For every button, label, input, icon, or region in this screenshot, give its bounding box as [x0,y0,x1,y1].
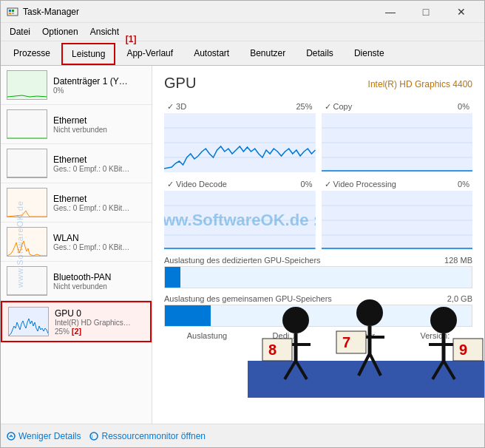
svg-line-39 [433,361,444,379]
task-manager-window: Task-Manager — □ ✕ Datei Optionen Ansich… [0,0,485,448]
svg-text:9: 9 [459,342,467,358]
svg-rect-41 [453,339,483,361]
tab-prozesse[interactable]: Prozesse [4,43,60,65]
chart-3d-label: ✓ 3D [167,102,186,112]
chart-vp-value: 0% [458,180,469,189]
tab-bar: Prozesse Leistung [1] App-Verlauf Autost… [1,41,484,66]
label-auslastung: Auslastung [187,331,227,340]
gpu-pct: 25% [2] [55,327,144,336]
svg-rect-4 [12,13,14,14]
close-button[interactable]: ✕ [444,1,478,23]
window-title: Task-Manager [23,7,79,17]
eth1-info: Ethernet Ges.: 0 Empf.: 0 KBit… [53,155,146,173]
tab-details[interactable]: Details [296,43,343,65]
bottom-labels: Auslastung Dedi… Speicher Version: [164,331,472,340]
chart-vd-area: www.SoftwareOK.de :-) [164,191,316,250]
gpu-sub: Intel(R) HD Graphics… [55,319,144,327]
eth0-name: Ethernet [53,115,146,126]
app-icon [7,6,18,18]
disk1-graph [7,70,47,100]
bt-graph [7,266,47,296]
bt-info: Bluetooth-PAN Nicht verbunden [53,272,146,291]
sidebar-item-gpu[interactable]: GPU 0 Intel(R) HD Graphics… 25% [2] [1,301,152,342]
chart-vd-value: 0% [301,180,313,189]
bt-sub: Nicht verbunden [53,282,146,291]
gpu-graph [8,307,49,336]
sidebar-item-disk1[interactable]: Datenträger 1 (Y… 0% [1,66,152,105]
disk1-name: Datenträger 1 (Y… [53,76,146,86]
tab-leistung[interactable]: Leistung [1] [61,43,115,65]
gpu-info: GPU 0 Intel(R) HD Graphics… 25% [2] [55,308,144,336]
menu-datei[interactable]: Datei [4,24,36,39]
menu-ansicht[interactable]: Ansicht [84,24,125,39]
sidebar-item-eth0[interactable]: Ethernet Nicht verbunden [1,105,152,144]
sidebar-item-wlan[interactable]: WLAN Ges.: 0 Empf.: 0 KBit… [1,223,152,262]
title-controls: — □ ✕ [373,1,478,23]
bt-name: Bluetooth-PAN [53,272,146,282]
wlan-name: WLAN [53,233,146,243]
eth0-info: Ethernet Nicht verbunden [53,115,146,134]
gpu-charts-grid: ✓ 3D 25% [164,101,472,250]
svg-line-32 [359,353,370,376]
chart-3d-area [164,113,316,172]
sidebar: Datenträger 1 (Y… 0% Ethernet Nicht verb… [1,66,152,424]
sidebar-item-bt[interactable]: Bluetooth-PAN Nicht verbunden [1,262,152,301]
gpu-dedicated-bar [164,266,472,288]
resource-monitor-button[interactable]: i Ressourcenmonitor öffnen [89,431,206,441]
eth2-sub: Ges.: 0 Empf.: 0 KBit… [53,204,146,212]
eth0-sub: Nicht verbunden [53,126,146,134]
wlan-info: WLAN Ges.: 0 Empf.: 0 KBit… [53,233,146,251]
chart-copy: ✓ Copy 0% [322,101,473,172]
disk1-sub: 0% [53,86,146,95]
eth2-name: Ethernet [53,194,146,204]
eth0-graph [7,109,47,139]
svg-rect-27 [262,339,292,361]
svg-text:i: i [92,434,93,439]
chart-vp-area [322,191,473,250]
detail-header: GPU Intel(R) HD Graphics 4400 [164,75,472,92]
menu-optionen[interactable]: Optionen [36,24,84,39]
detail-subtitle: Intel(R) HD Graphics 4400 [368,79,472,89]
bottom-bar: Weniger Details i Ressourcenmonitor öffn… [1,424,484,447]
main-content: Datenträger 1 (Y… 0% Ethernet Nicht verb… [1,66,484,424]
chart-copy-value: 0% [458,102,469,112]
chart-vp-label: ✓ Video Processing [325,180,396,189]
annotation-2: [2] [72,327,81,336]
gpu-name: GPU 0 [55,308,144,319]
disk1-info: Datenträger 1 (Y… 0% [53,76,146,95]
chart-vd-header: ✓ Video Decode 0% [164,178,316,191]
chart-3d-header: ✓ 3D 25% [164,101,316,113]
eth2-graph [7,188,47,217]
wlan-sub: Ges.: 0 Empf.: 0 KBit… [53,243,146,251]
chart-3d-value: 25% [296,102,312,112]
tab-benutzer[interactable]: Benutzer [240,43,295,65]
title-bar: Task-Manager — □ ✕ [1,1,484,23]
chart-vp-header: ✓ Video Processing 0% [322,178,473,191]
eth1-name: Ethernet [53,155,146,165]
minimize-button[interactable]: — [373,1,407,23]
eth1-sub: Ges.: 0 Empf.: 0 KBit… [53,165,146,173]
chart-copy-header: ✓ Copy 0% [322,101,473,113]
less-details-label: Weniger Details [18,431,81,441]
maximize-button[interactable]: □ [409,1,443,23]
eth2-info: Ethernet Ges.: 0 Empf.: 0 KBit… [53,194,146,212]
svg-line-33 [370,353,381,376]
wlan-graph [7,227,47,257]
detail-title: GPU [164,75,196,92]
sidebar-item-eth1[interactable]: Ethernet Ges.: 0 Empf.: 0 KBit… [1,144,152,183]
detail-panel: GPU Intel(R) HD Graphics 4400 ✓ 3D 25% [152,66,484,424]
chart-copy-label: ✓ Copy [325,102,353,112]
tab-autostart[interactable]: Autostart [184,43,239,65]
svg-rect-21 [248,361,484,398]
resource-monitor-label: Ressourcenmonitor öffnen [101,431,206,441]
tab-appverlauf[interactable]: App-Verlauf [117,43,183,65]
sidebar-item-eth2[interactable]: Ethernet Ges.: 0 Empf.: 0 KBit… [1,183,152,223]
svg-line-26 [296,361,307,379]
svg-line-25 [285,361,296,379]
label-speicher: Speicher [343,331,375,340]
less-details-button[interactable]: Weniger Details [7,431,81,441]
tab-dienste[interactable]: Dienste [345,43,394,65]
label-version: Version: [421,331,450,340]
chart-videoprocessing: ✓ Video Processing 0% [322,178,473,250]
label-dedi: Dedi… [273,331,298,340]
